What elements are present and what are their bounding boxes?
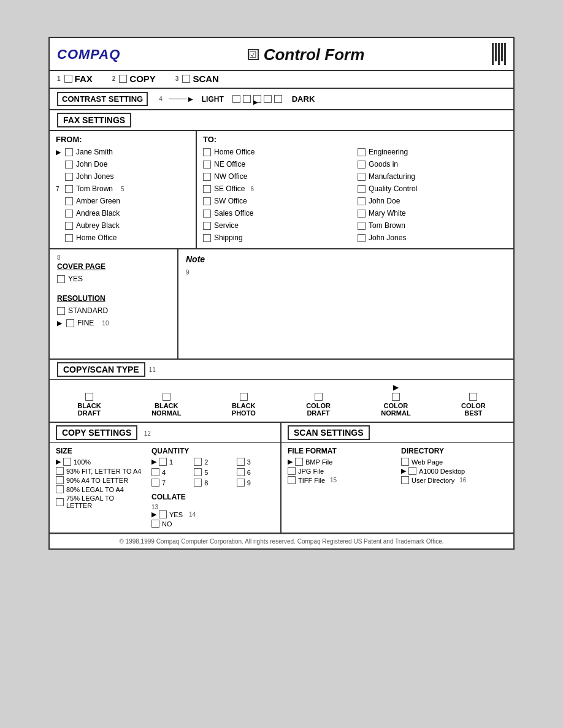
web-page[interactable]: Web Page [401,458,507,466]
to-item-se-office[interactable]: SE Office 6 [203,183,353,194]
to-check-se[interactable] [203,185,211,193]
qty-6-check[interactable] [237,468,245,476]
bmp-file[interactable]: ▶ BMP File [288,458,394,466]
type-color-normal-check[interactable] [392,393,400,401]
fax-checkbox[interactable] [64,75,72,83]
to-item-tom-brown[interactable]: Tom Brown [358,220,507,231]
contrast-box-4[interactable] [264,95,272,103]
to-item-mary-white[interactable]: Mary White [358,208,507,219]
to-item-sales[interactable]: Sales Office [203,208,353,219]
to-check-johnd[interactable] [358,197,366,205]
qty-4-check[interactable] [151,468,159,476]
a1000-check[interactable] [408,467,416,475]
collate-yes-check[interactable] [159,510,167,518]
contrast-box-5[interactable] [274,95,282,103]
from-item-5[interactable]: Andrea Black [56,208,190,219]
qty-2[interactable]: 2 [194,458,231,466]
from-item-7[interactable]: Home Office [56,232,190,243]
to-check-service[interactable] [203,222,211,230]
size-80[interactable]: 80% LEGAL TO A4 [56,485,142,493]
size-80-check[interactable] [56,485,64,493]
size-90[interactable]: 90% A4 TO LETTER [56,476,142,484]
size-75-check[interactable] [56,498,64,506]
contrast-box-2[interactable] [243,95,251,103]
cover-yes-check[interactable] [57,275,65,283]
to-item-john-doe[interactable]: John Doe [358,195,507,207]
copy-checkbox[interactable] [119,75,127,83]
qty-8-check[interactable] [194,479,202,487]
to-item-goods-in[interactable]: Goods in [358,159,507,170]
to-item-sw-office[interactable]: SW Office [203,195,353,207]
size-93[interactable]: 93% FIT, LETTER TO A4 [56,467,142,475]
user-directory[interactable]: User Directory 16 [401,476,507,484]
to-check-ne[interactable] [203,161,211,169]
from-check-4[interactable] [65,197,73,205]
contrast-box-1[interactable] [232,95,240,103]
qty-3[interactable]: 3 [237,458,274,466]
type-color-draft-check[interactable] [315,393,323,401]
tiff-check[interactable] [288,476,296,484]
jpg-check[interactable] [288,467,296,475]
collate-no-check[interactable] [151,520,159,528]
from-check-1[interactable] [65,161,73,169]
size-75[interactable]: 75% LEGAL TO LETTER [56,495,142,509]
to-check-johnj[interactable] [358,234,366,242]
contrast-box-3[interactable] [253,95,261,103]
qty-4[interactable]: 4 [151,468,189,476]
to-item-nw-office[interactable]: NW Office [203,171,353,182]
collate-no[interactable]: NO [151,520,274,528]
from-check-2[interactable] [65,173,73,181]
type-black-photo[interactable]: BLACKPHOTO [232,393,256,417]
from-check-6[interactable] [65,222,73,230]
from-check-5[interactable] [65,210,73,218]
web-check[interactable] [401,458,409,466]
qty-6[interactable]: 6 [237,468,274,476]
qty-2-check[interactable] [194,458,202,466]
type-color-normal[interactable]: ▶ COLORNORMAL [381,384,410,417]
to-item-quality[interactable]: Quality Control [358,183,507,194]
qty-3-check[interactable] [237,458,245,466]
from-item-0[interactable]: ▶ Jane Smith [56,146,190,157]
copy-mode[interactable]: 2 COPY [112,74,156,84]
from-item-1[interactable]: John Doe [56,159,190,170]
scan-mode[interactable]: 3 SCAN [175,74,219,84]
qty-1[interactable]: ▶ 1 [151,458,189,466]
res-standard-check[interactable] [57,307,65,315]
to-item-shipping[interactable]: Shipping [203,232,353,243]
from-check-3[interactable] [65,185,73,193]
resolution-fine[interactable]: ▶ FINE 10 [57,317,170,328]
from-item-4[interactable]: Amber Green [56,195,190,207]
qty-8[interactable]: 8 [194,479,231,487]
type-black-draft-check[interactable] [85,393,93,401]
qty-5[interactable]: 5 [194,468,231,476]
qty-9-check[interactable] [237,479,245,487]
cover-yes-item[interactable]: YES [57,273,170,284]
to-check-mfg[interactable] [358,173,366,181]
bmp-check[interactable] [295,458,303,466]
type-black-draft[interactable]: BLACKDRAFT [77,393,101,417]
from-check-7[interactable] [65,234,73,242]
to-item-home-office[interactable]: Home Office [203,146,353,157]
size-93-check[interactable] [56,467,64,475]
note-textarea[interactable] [186,276,506,331]
to-check-sales[interactable] [203,210,211,218]
to-item-ne-office[interactable]: NE Office [203,159,353,170]
to-check-qc[interactable] [358,185,366,193]
size-90-check[interactable] [56,476,64,484]
qty-1-check[interactable] [159,458,167,466]
to-check-shipping[interactable] [203,234,211,242]
type-color-best[interactable]: COLORBEST [461,393,486,417]
qty-5-check[interactable] [194,468,202,476]
qty-9[interactable]: 9 [237,479,274,487]
tiff-file[interactable]: TIFF File 15 [288,476,394,484]
size-100-check[interactable] [63,458,71,466]
jpg-file[interactable]: JPG File [288,467,394,475]
to-check-tom[interactable] [358,222,366,230]
from-check-0[interactable] [65,148,73,156]
type-black-normal[interactable]: BLACKNORMAL [151,393,181,417]
type-black-photo-check[interactable] [240,393,248,401]
user-dir-check[interactable] [401,476,409,484]
to-item-engineering[interactable]: Engineering [358,146,507,157]
a1000-desktop[interactable]: ▶ A1000 Desktop [401,467,507,475]
size-100[interactable]: ▶ 100% [56,458,142,466]
